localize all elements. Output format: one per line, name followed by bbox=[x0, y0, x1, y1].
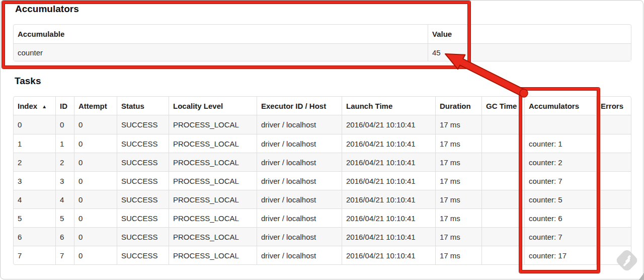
table-cell: 4 bbox=[14, 190, 55, 208]
table-cell bbox=[481, 208, 524, 227]
table-cell: 6 bbox=[14, 227, 55, 246]
table-cell bbox=[596, 115, 631, 134]
table-cell: 2016/04/21 10:10:41 bbox=[342, 190, 435, 208]
accumulators-column-header[interactable]: Accumulators bbox=[524, 97, 596, 115]
table-cell: 2016/04/21 10:10:41 bbox=[342, 153, 435, 171]
table-cell: SUCCESS bbox=[117, 208, 169, 227]
sort-ascending-icon: ▲ bbox=[42, 104, 47, 109]
table-cell: 0 bbox=[74, 115, 117, 134]
accumulable-column-header[interactable]: Accumulable bbox=[14, 25, 428, 44]
table-cell bbox=[481, 153, 524, 171]
table-cell: driver / localhost bbox=[257, 171, 342, 190]
table-cell bbox=[596, 208, 631, 227]
table-cell: PROCESS_LOCAL bbox=[169, 134, 257, 153]
launch-time-column-header[interactable]: Launch Time bbox=[342, 97, 435, 115]
table-cell: 1 bbox=[14, 134, 55, 153]
table-cell: driver / localhost bbox=[257, 227, 342, 246]
table-cell: 0 bbox=[55, 115, 74, 134]
page-frame: Accumulators Accumulable Value counter 4… bbox=[0, 0, 643, 279]
table-cell: driver / localhost bbox=[257, 190, 342, 208]
table-cell: 0 bbox=[74, 190, 117, 208]
table-cell: 1 bbox=[55, 134, 74, 153]
table-cell: PROCESS_LOCAL bbox=[169, 190, 257, 208]
table-cell: 17 ms bbox=[435, 208, 481, 227]
table-cell: counter: 7 bbox=[524, 227, 596, 246]
table-row: 550SUCCESSPROCESS_LOCALdriver / localhos… bbox=[14, 208, 631, 227]
accumulators-heading: Accumulators bbox=[15, 4, 79, 15]
table-cell: PROCESS_LOCAL bbox=[169, 171, 257, 190]
table-cell: 6 bbox=[55, 227, 74, 246]
tasks-heading: Tasks bbox=[15, 76, 41, 87]
status-column-header[interactable]: Status bbox=[117, 97, 169, 115]
table-cell bbox=[481, 246, 524, 264]
table-row: 220SUCCESSPROCESS_LOCALdriver / localhos… bbox=[14, 153, 631, 171]
attempt-column-header[interactable]: Attempt bbox=[74, 97, 117, 115]
accumulators-header-row: Accumulable Value bbox=[14, 25, 631, 44]
accumulable-value-cell: 45 bbox=[428, 44, 631, 61]
table-cell: counter: 17 bbox=[524, 246, 596, 264]
table-cell bbox=[524, 115, 596, 134]
table-cell: PROCESS_LOCAL bbox=[169, 153, 257, 171]
table-cell: 2016/04/21 10:10:41 bbox=[342, 115, 435, 134]
table-cell: PROCESS_LOCAL bbox=[169, 227, 257, 246]
table-cell: 7 bbox=[55, 246, 74, 264]
table-cell: 7 bbox=[14, 246, 55, 264]
index-column-header[interactable]: Index▲ bbox=[14, 97, 55, 115]
table-cell bbox=[596, 190, 631, 208]
table-row: 440SUCCESSPROCESS_LOCALdriver / localhos… bbox=[14, 190, 631, 208]
table-cell bbox=[481, 227, 524, 246]
table-cell: 0 bbox=[74, 208, 117, 227]
table-cell: SUCCESS bbox=[117, 246, 169, 264]
table-cell: 17 ms bbox=[435, 246, 481, 264]
table-cell bbox=[481, 115, 524, 134]
table-cell: 2016/04/21 10:10:41 bbox=[342, 208, 435, 227]
table-cell: 4 bbox=[55, 190, 74, 208]
table-cell: 0 bbox=[74, 134, 117, 153]
accumulator-row: counter 45 bbox=[14, 44, 631, 61]
table-cell: 17 ms bbox=[435, 227, 481, 246]
table-cell bbox=[596, 227, 631, 246]
table-cell: 2016/04/21 10:10:41 bbox=[342, 171, 435, 190]
table-cell: counter: 1 bbox=[524, 134, 596, 153]
table-cell: counter: 6 bbox=[524, 208, 596, 227]
errors-column-header[interactable]: Errors bbox=[596, 97, 631, 115]
table-row: 660SUCCESSPROCESS_LOCALdriver / localhos… bbox=[14, 227, 631, 246]
table-cell: SUCCESS bbox=[117, 134, 169, 153]
accumulable-name-cell: counter bbox=[14, 44, 428, 61]
table-cell: driver / localhost bbox=[257, 208, 342, 227]
table-cell: counter: 5 bbox=[524, 190, 596, 208]
table-cell: 5 bbox=[14, 208, 55, 227]
table-cell bbox=[596, 134, 631, 153]
table-cell: driver / localhost bbox=[257, 115, 342, 134]
tasks-header-row: Index▲ ID Attempt Status Locality Level … bbox=[14, 97, 631, 115]
table-cell: driver / localhost bbox=[257, 153, 342, 171]
table-cell: counter: 7 bbox=[524, 171, 596, 190]
table-cell: 17 ms bbox=[435, 115, 481, 134]
table-cell bbox=[481, 134, 524, 153]
tasks-table: Index▲ ID Attempt Status Locality Level … bbox=[13, 96, 631, 265]
table-cell: 3 bbox=[55, 171, 74, 190]
tasks-table-body: 000SUCCESSPROCESS_LOCALdriver / localhos… bbox=[14, 115, 631, 264]
table-row: 770SUCCESSPROCESS_LOCALdriver / localhos… bbox=[14, 246, 631, 264]
table-cell: 2016/04/21 10:10:41 bbox=[342, 246, 435, 264]
index-column-label: Index bbox=[18, 102, 37, 110]
duration-column-header[interactable]: Duration bbox=[435, 97, 481, 115]
gc-time-column-header[interactable]: GC Time bbox=[481, 97, 524, 115]
value-column-header[interactable]: Value bbox=[428, 25, 631, 44]
table-cell: 17 ms bbox=[435, 190, 481, 208]
table-cell: 3 bbox=[14, 171, 55, 190]
locality-level-column-header[interactable]: Locality Level bbox=[169, 97, 257, 115]
table-cell: SUCCESS bbox=[117, 153, 169, 171]
table-cell: PROCESS_LOCAL bbox=[169, 115, 257, 134]
table-cell: 0 bbox=[74, 246, 117, 264]
table-cell: 17 ms bbox=[435, 153, 481, 171]
table-cell: counter: 2 bbox=[524, 153, 596, 171]
executor-id-host-column-header[interactable]: Executor ID / Host bbox=[257, 97, 342, 115]
table-cell: 2016/04/21 10:10:41 bbox=[342, 227, 435, 246]
id-column-header[interactable]: ID bbox=[55, 97, 74, 115]
table-cell: 17 ms bbox=[435, 171, 481, 190]
table-cell: 5 bbox=[55, 208, 74, 227]
table-cell bbox=[596, 153, 631, 171]
table-cell: PROCESS_LOCAL bbox=[169, 246, 257, 264]
table-row: 000SUCCESSPROCESS_LOCALdriver / localhos… bbox=[14, 115, 631, 134]
